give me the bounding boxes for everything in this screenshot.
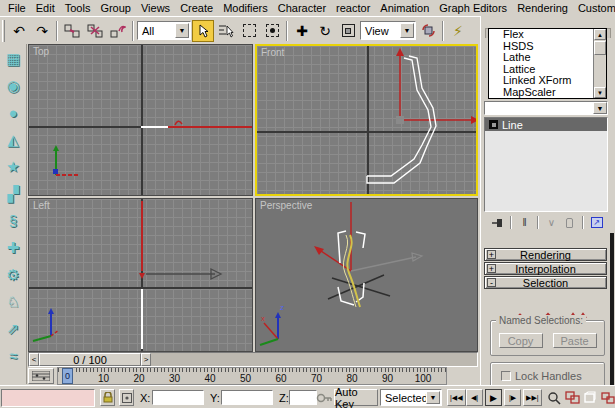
viewport-perspective[interactable]: Perspective (255, 198, 478, 352)
maxscript-mini-listener[interactable] (1, 389, 95, 407)
remove-modifier-icon[interactable] (562, 216, 577, 230)
go-to-start-button[interactable]: |◀◀ (447, 389, 466, 406)
modifier-list-option[interactable]: MapScaler (489, 87, 593, 99)
reactor-toolbar-icon[interactable]: ◉ (3, 75, 24, 96)
previous-frame-button[interactable]: ◀| (466, 389, 483, 406)
modifier-list-scrollbar[interactable]: ▲ ▼ (593, 29, 606, 98)
rollout-toggle[interactable]: + (487, 264, 496, 273)
command-panel-scrollbar[interactable] (610, 233, 614, 385)
select-and-rotate-icon[interactable]: ↻ (314, 20, 336, 42)
menu-item[interactable]: Character (273, 1, 331, 15)
rectangular-selection-region-icon[interactable] (238, 20, 260, 42)
menu-item[interactable]: Group (95, 1, 136, 15)
time-slider[interactable]: < 0 / 100 > (28, 352, 478, 367)
selection-lock-icon[interactable] (100, 389, 115, 406)
zoom-icon[interactable] (545, 389, 563, 406)
viewport-front[interactable]: Front (255, 44, 478, 196)
reactor-toolbar-icon[interactable]: ✚ (3, 237, 24, 258)
menu-item[interactable]: Rendering (512, 1, 573, 15)
scroll-down-icon[interactable]: ▼ (594, 87, 606, 98)
lock-handles-checkbox[interactable] (501, 371, 511, 381)
redo-icon[interactable]: ↷ (31, 20, 53, 42)
zoom-extents-all-icon[interactable] (599, 389, 615, 406)
unlink-selection-icon[interactable] (84, 20, 106, 42)
modifier-list-option[interactable]: Flex (489, 29, 593, 41)
modifier-list-option[interactable]: Lathe (489, 52, 593, 64)
set-key-icon[interactable] (315, 389, 333, 406)
previous-frame-arrow[interactable]: < (29, 353, 39, 366)
x-coordinate-field[interactable] (152, 390, 204, 405)
reactor-toolbar-icon[interactable]: ⇗ (3, 318, 24, 339)
chevron-down-icon[interactable]: ▼ (593, 102, 607, 114)
reactor-toolbar-icon[interactable]: ⚙ (3, 264, 24, 285)
menu-item[interactable]: Animation (375, 1, 434, 15)
reactor-toolbar-icon[interactable]: ♘ (3, 291, 24, 312)
reactor-toolbar-icon[interactable]: § (3, 210, 24, 231)
viewport-label[interactable]: Left (33, 200, 50, 211)
chevron-down-icon[interactable]: ▼ (400, 23, 414, 38)
rollout-toggle[interactable]: + (487, 250, 496, 259)
key-filter-dropdown[interactable]: Selected ▼ (380, 389, 442, 406)
time-slider-handle[interactable]: 0 / 100 (39, 353, 141, 366)
modifier-stack-item[interactable]: Line (485, 118, 607, 131)
window-crossing-toggle-icon[interactable] (261, 20, 283, 42)
select-and-link-icon[interactable] (61, 20, 83, 42)
mini-curve-editor-icon[interactable] (28, 368, 54, 384)
reactor-toolbar-icon[interactable]: ▞ (3, 183, 24, 204)
use-pivot-center-icon[interactable] (417, 20, 439, 42)
toolbar-grip[interactable] (2, 20, 5, 42)
modifier-list-dropdown[interactable]: ▼ (484, 101, 608, 115)
viewport-label[interactable]: Front (261, 47, 284, 58)
zoom-all-icon[interactable] (563, 389, 581, 406)
show-end-result-icon[interactable]: ‖ (517, 216, 532, 230)
bind-to-space-warp-icon[interactable] (107, 20, 129, 42)
current-frame-indicator[interactable]: 0 (62, 368, 73, 384)
viewport-left[interactable]: Left (28, 198, 253, 352)
scrollbar-thumb[interactable] (594, 41, 606, 55)
viewport-label[interactable]: Top (33, 46, 49, 57)
undo-icon[interactable]: ↶ (8, 20, 30, 42)
menu-item[interactable]: Customize (573, 1, 615, 15)
paste-button[interactable]: Paste (553, 333, 597, 348)
next-frame-button[interactable]: |▶ (504, 389, 521, 406)
play-button[interactable]: ▶ (485, 389, 502, 406)
menu-item[interactable]: reactor (331, 1, 375, 15)
viewport-label[interactable]: Perspective (260, 200, 312, 211)
reactor-toolbar-icon[interactable]: ≈ (3, 345, 24, 366)
pin-stack-icon[interactable] (490, 216, 505, 230)
menu-item[interactable]: Views (136, 1, 175, 15)
menu-item[interactable]: Edit (31, 1, 60, 15)
rollout-header[interactable]: +Interpolation (484, 262, 607, 275)
menu-item[interactable]: Graph Editors (434, 1, 512, 15)
absolute-mode-toggle-icon[interactable] (119, 389, 134, 406)
select-object-button[interactable] (192, 20, 214, 42)
select-and-move-icon[interactable]: ✚ (291, 20, 313, 42)
configure-modifier-sets-icon[interactable]: ↗ (589, 216, 604, 230)
reactor-toolbar-icon[interactable]: ▦ (3, 48, 24, 69)
copy-button[interactable]: Copy (499, 333, 543, 348)
rollout-header[interactable]: +Rendering (484, 248, 607, 261)
make-unique-icon[interactable]: ∨ (544, 216, 559, 230)
menu-item[interactable]: Create (175, 1, 218, 15)
spline-object-left[interactable] (139, 201, 145, 349)
zoom-extents-icon[interactable] (581, 389, 599, 406)
modifier-list-option[interactable]: Linked XForm (489, 75, 593, 87)
rollout-header[interactable]: -Selection (484, 276, 607, 289)
scroll-up-icon[interactable]: ▲ (594, 29, 606, 40)
go-to-end-button[interactable]: ▶▶| (523, 389, 542, 406)
selection-filter-dropdown[interactable]: All ▼ (137, 21, 191, 40)
reactor-toolbar-icon[interactable]: ◭ (3, 129, 24, 150)
select-and-scale-icon[interactable] (337, 20, 359, 42)
select-by-name-icon[interactable] (215, 20, 237, 42)
menu-item[interactable]: Modifiers (218, 1, 273, 15)
reactor-toolbar-icon[interactable]: ● (3, 102, 24, 123)
spline-object-top[interactable] (141, 121, 253, 127)
transform-gizmo[interactable] (314, 202, 422, 271)
visibility-toggle-icon[interactable] (489, 120, 498, 129)
chevron-down-icon[interactable]: ▼ (175, 23, 189, 38)
reference-coordinate-dropdown[interactable]: View ▼ (360, 21, 416, 40)
z-coordinate-field[interactable] (289, 390, 317, 405)
chevron-down-icon[interactable]: ▼ (426, 391, 440, 404)
reactor-toolbar-icon[interactable]: ★ (3, 156, 24, 177)
select-and-manipulate-icon[interactable]: ⚡ (447, 20, 469, 42)
